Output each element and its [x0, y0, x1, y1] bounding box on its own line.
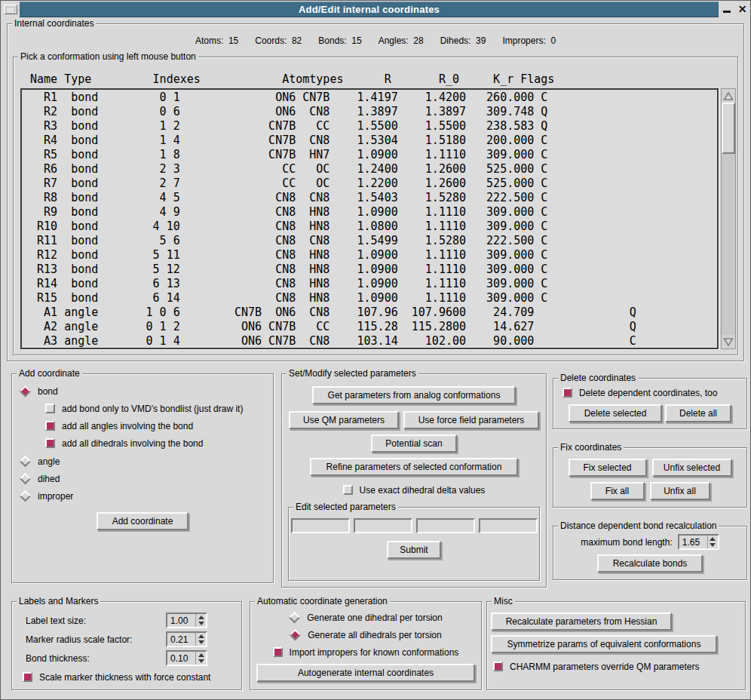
checkbox-import-impropers[interactable]: Import impropers for known conformations	[273, 646, 459, 659]
refine-parameters-button[interactable]: Refine parameters of selected conformati…	[310, 458, 518, 476]
radio-one-dihedral-indicator[interactable]	[289, 612, 301, 624]
delete-selected-button[interactable]: Delete selected	[569, 404, 662, 422]
scrollbar-thumb[interactable]	[722, 103, 735, 154]
label-text-size-spinbox[interactable]: 1.00	[166, 612, 207, 628]
checkbox-add-all-dihedrals[interactable]: add all dihedrals involving the bond	[45, 437, 273, 450]
window-title: Add/Edit internal coordinates	[299, 4, 440, 15]
stat-item: Bonds: 15	[318, 35, 361, 46]
radio-all-dihedrals-indicator[interactable]	[290, 629, 302, 641]
add-coordinate-button[interactable]: Add coordinate	[97, 512, 189, 530]
checkbox-exact-dihedral-delta-indicator[interactable]	[343, 485, 353, 495]
minimize-button[interactable]	[720, 3, 733, 16]
radio-improper[interactable]: improper	[20, 490, 273, 502]
marker-radius-spinbox[interactable]: 0.21	[166, 631, 207, 647]
scroll-down-button[interactable]	[722, 335, 735, 348]
bond-thickness-value[interactable]: 0.10	[167, 652, 195, 665]
table-row[interactable]: R9 bond 4 9 CN8 HN8 1.0900 1.1110 309.00…	[23, 205, 717, 220]
table-row[interactable]: R15 bond 6 14 CN8 HN8 1.0900 1.1110 309.…	[23, 291, 717, 305]
spinner-down-icon[interactable]	[198, 640, 204, 644]
edit-param-field-4[interactable]	[479, 518, 538, 533]
label-text-size-value[interactable]: 1.00	[167, 614, 195, 627]
autogen-frame: Automatic coordinate generation Generate…	[250, 601, 482, 690]
table-row[interactable]: R4 bond 1 4 CN7B CN8 1.5304 1.5180 200.0…	[23, 134, 717, 148]
radio-angle[interactable]: angle	[20, 455, 273, 468]
checkbox-exact-dihedral-delta[interactable]: Use exact dihedral delta values	[343, 484, 486, 496]
bond-thickness-spinbox[interactable]: 0.10	[166, 650, 207, 666]
edit-param-field-3[interactable]	[416, 518, 475, 533]
unfix-all-button[interactable]: Unfix all	[650, 482, 710, 500]
vertical-scrollbar[interactable]	[721, 88, 736, 349]
radio-improper-indicator[interactable]	[20, 490, 32, 502]
max-bond-length-spinbox[interactable]: 1.65	[678, 534, 719, 550]
spinner-down-icon[interactable]	[198, 622, 204, 625]
checkbox-delete-dependent[interactable]: Delete dependent coordinates, too	[562, 386, 746, 399]
checkbox-bondlist-only[interactable]: add bond only to VMD's bondlist (just dr…	[45, 402, 273, 415]
use-force-field-parameters-button[interactable]: Use force field parameters	[403, 411, 539, 429]
table-row[interactable]: R13 bond 5 12 CN8 HN8 1.0900 1.1110 309.…	[23, 262, 717, 277]
table-row[interactable]: R8 bond 4 5 CN8 CN8 1.5403 1.5280 222.50…	[23, 191, 717, 205]
spinner-up-icon[interactable]	[710, 537, 716, 541]
max-bond-length-value[interactable]: 1.65	[679, 536, 707, 548]
scrollbar-trough[interactable]	[722, 154, 735, 335]
fix-selected-button[interactable]: Fix selected	[569, 459, 647, 477]
checkbox-add-all-angles[interactable]: add all angles involving the bond	[45, 419, 273, 432]
table-row[interactable]: A3 angle 0 1 4 ON6 CN7B CN8 103.14 102.0…	[23, 334, 717, 348]
table-row[interactable]: R3 bond 1 2 CN7B CC 1.5500 1.5500 238.58…	[23, 119, 717, 134]
minimize-icon	[723, 11, 731, 13]
spinner-up-icon[interactable]	[198, 634, 204, 638]
checkbox-add-all-dihedrals-indicator[interactable]	[45, 438, 55, 448]
edit-param-field-2[interactable]	[354, 518, 412, 533]
table-row[interactable]: R7 bond 2 7 CC OC 1.2200 1.2600 525.000 …	[23, 177, 717, 191]
radio-bond[interactable]: bond	[20, 385, 273, 398]
table-row[interactable]: R1 bond 0 1 ON6 CN7B 1.4197 1.4200 260.0…	[23, 91, 717, 105]
edit-param-field-1[interactable]	[291, 518, 350, 533]
titlebar-drag-area[interactable]: Add/Edit internal coordinates	[20, 2, 719, 17]
set-modify-frame-label: Set/Modify selected parameters	[287, 369, 418, 379]
checkbox-charmm-override[interactable]: CHARMM parameters override QM parameters	[493, 660, 745, 673]
table-row[interactable]: R10 bond 4 10 CN8 HN8 1.0800 1.1110 309.…	[23, 220, 717, 234]
radio-all-dihedrals[interactable]: Generate all dihedrals per torsion	[290, 628, 441, 641]
radio-angle-indicator[interactable]	[20, 456, 32, 468]
delete-all-button[interactable]: Delete all	[665, 404, 731, 422]
spinner-down-icon[interactable]	[710, 543, 716, 547]
checkbox-delete-dependent-indicator[interactable]	[562, 388, 572, 398]
radio-dihed[interactable]: dihed	[20, 472, 273, 485]
spinner-up-icon[interactable]	[198, 653, 204, 657]
unfix-selected-button[interactable]: Unfix selected	[652, 459, 732, 477]
table-row[interactable]: R2 bond 0 6 ON6 CN8 1.3897 1.3897 309.74…	[23, 105, 717, 119]
spinner-up-icon[interactable]	[198, 616, 204, 619]
marker-radius-value[interactable]: 0.21	[167, 633, 195, 646]
get-parameters-button[interactable]: Get parameters from analog conformations	[312, 386, 516, 404]
radio-dihed-indicator[interactable]	[20, 473, 32, 485]
scroll-up-button[interactable]	[722, 89, 735, 103]
fix-all-button[interactable]: Fix all	[590, 482, 645, 500]
stat-item: Impropers: 0	[502, 35, 556, 46]
recalculate-bonds-button[interactable]: Recalculate bonds	[597, 554, 703, 573]
checkbox-bondlist-only-indicator[interactable]	[45, 404, 55, 413]
radio-one-dihedral[interactable]: Generate one dihedral per torsion	[289, 611, 442, 624]
table-row[interactable]: A1 angle 1 0 6 CN7B ON6 CN8 107.96 107.9…	[23, 305, 717, 320]
recalculate-from-hessian-button[interactable]: Recalculate parameters from Hessian	[491, 612, 672, 631]
spinner-down-icon[interactable]	[198, 659, 204, 663]
window-menu-button[interactable]	[4, 5, 17, 14]
radio-bond-indicator[interactable]	[20, 385, 32, 398]
close-button[interactable]: ✕	[736, 3, 749, 16]
table-row[interactable]: R5 bond 1 8 CN7B HN7 1.0900 1.1110 309.0…	[23, 148, 717, 162]
checkbox-scale-marker-thickness-indicator[interactable]	[23, 672, 32, 682]
symmetrize-params-button[interactable]: Symmetrize params of equivalent conforma…	[491, 635, 717, 653]
submit-button[interactable]: Submit	[387, 541, 441, 559]
autogenerate-button[interactable]: Autogenerate internal coordinates	[256, 664, 475, 682]
checkbox-charmm-override-indicator[interactable]	[493, 662, 503, 671]
table-row[interactable]: A2 angle 0 1 2 ON6 CN7B CC 115.28 115.28…	[23, 320, 717, 334]
potential-scan-button[interactable]: Potential scan	[371, 434, 457, 453]
table-row[interactable]: R6 bond 2 3 CC OC 1.2400 1.2600 525.000 …	[23, 162, 717, 177]
checkbox-import-impropers-indicator[interactable]	[273, 647, 283, 657]
add-coordinate-frame: Add coordinate bond add bond only to VMD…	[11, 373, 274, 583]
coordinate-listbox[interactable]: R1 bond 0 1 ON6 CN7B 1.4197 1.4200 260.0…	[20, 88, 719, 349]
table-row[interactable]: R11 bond 5 6 CN8 CN8 1.5499 1.5280 222.5…	[23, 234, 717, 248]
checkbox-scale-marker-thickness[interactable]: Scale marker thickness with force consta…	[23, 671, 241, 683]
use-qm-parameters-button[interactable]: Use QM parameters	[289, 411, 399, 429]
table-row[interactable]: R14 bond 6 13 CN8 HN8 1.0900 1.1110 309.…	[23, 277, 717, 291]
checkbox-add-all-angles-indicator[interactable]	[45, 421, 55, 431]
table-row[interactable]: R12 bond 5 11 CN8 HN8 1.0900 1.1110 309.…	[23, 248, 717, 262]
